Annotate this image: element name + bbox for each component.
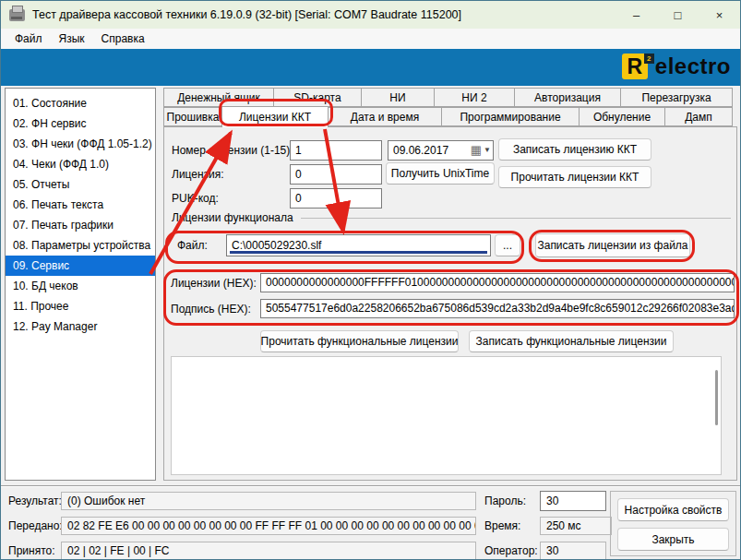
license-number-label: Номер лицензии (1-15) (172, 144, 290, 157)
logo-text: electro (655, 54, 731, 79)
window-controls: – □ × (616, 1, 740, 29)
license-input[interactable]: 0 (290, 164, 382, 185)
brand-banner: R 2 electro (1, 49, 740, 86)
tab-reset[interactable]: Обнуление (579, 107, 665, 126)
received-field: 02 | 02 | FE | 00 | FC (61, 542, 476, 560)
password-label: Пароль: (484, 494, 526, 507)
received-label: Принято: (8, 544, 55, 557)
sidebar-item-service[interactable]: 09. Сервис (6, 256, 155, 276)
sidebar-item-pay-manager[interactable]: 12. Pay Manager (6, 316, 155, 337)
calendar-icon: ▦ (471, 141, 482, 160)
browse-file-button[interactable]: ... (495, 234, 520, 256)
licenses-hex-label: Лицензии (HEX): (171, 277, 257, 290)
maximize-button[interactable]: □ (657, 1, 699, 29)
read-functional-licenses-button[interactable]: Прочитать функциональные лицензии (260, 330, 459, 352)
signature-hex-input[interactable]: 5055477517e6d0a2258206652ba675086d539cd2… (260, 299, 735, 318)
menu-file[interactable]: Файл (6, 30, 51, 47)
output-textarea[interactable] (171, 356, 722, 475)
result-label: Результат: (8, 494, 62, 507)
status-separator (1, 485, 740, 487)
tab-firmware[interactable]: Прошивка (163, 107, 222, 126)
sidebar-item-reports[interactable]: 05. Отчеты (6, 174, 155, 195)
sidebar-item-print-text[interactable]: 06. Печать текста (6, 195, 155, 215)
operator-field: 30 (540, 542, 606, 560)
tab-date-time[interactable]: Дата и время (328, 107, 442, 126)
app-window: Тест драйвера кассовой техники 6.19.0.9 … (0, 0, 741, 560)
close-icon[interactable]: × (699, 1, 740, 29)
file-path-underline (230, 251, 487, 254)
license-date-value: 09.06.2017 (393, 141, 471, 160)
menu-language[interactable]: Язык (51, 30, 93, 47)
puk-code-input[interactable]: 0 (290, 188, 382, 209)
chevron-down-icon[interactable]: ▼ (484, 141, 491, 160)
sidebar-item-receipt-db[interactable]: 10. БД чеков (6, 276, 155, 296)
title-bar: Тест драйвера кассовой техники 6.19.0.9 … (1, 1, 740, 29)
sidebar-item-status[interactable]: 01. Состояние (6, 93, 155, 113)
licenses-hex-input[interactable]: 0000000000000000FFFFFF010000000000000000… (260, 273, 735, 292)
transmitted-label: Передано: (8, 519, 63, 532)
write-kkt-license-button[interactable]: Записать лицензию ККТ (498, 138, 651, 161)
sidebar-item-other[interactable]: 11. Прочее (6, 296, 155, 316)
functional-licenses-group-title: Лицензии функционала (172, 211, 301, 224)
read-kkt-licenses-button[interactable]: Прочитать лицензии ККТ (498, 166, 651, 188)
kkt-licenses-panel: Номер лицензии (1-15) 1 09.06.2017 ▦ ▼ З… (163, 126, 737, 481)
minimize-button[interactable]: – (616, 1, 657, 29)
tab-cash-drawer[interactable]: Денежный ящик (163, 88, 274, 107)
tab-programming[interactable]: Программирование (441, 107, 580, 126)
sidebar-item-fn-service[interactable]: 02. ФН сервис (6, 113, 155, 134)
file-label: Файл: (177, 239, 208, 252)
time-field: 250 мс (540, 517, 612, 535)
password-input[interactable]: 30 (540, 491, 606, 511)
sidebar: 01. Состояние 02. ФН сервис 03. ФН чеки … (5, 88, 156, 481)
write-licenses-from-file-button[interactable]: Записать лицензии из файла (535, 233, 690, 257)
tab-kkt-licenses[interactable]: Лицензии ККТ (221, 106, 329, 127)
app-icon (9, 9, 25, 21)
sidebar-item-fn-receipts[interactable]: 03. ФН чеки (ФФД 1.05-1.2) (6, 134, 155, 154)
write-functional-licenses-button[interactable]: Записать функциональные лицензии (469, 330, 674, 352)
vertical-scrollbar[interactable] (715, 370, 718, 425)
menu-help[interactable]: Справка (93, 30, 153, 47)
tab-reboot[interactable]: Перезагрузка (620, 88, 733, 107)
tab-dump[interactable]: Дамп (664, 107, 733, 126)
tab-sd-card[interactable]: SD-карта (273, 88, 362, 107)
signature-hex-label: Подпись (HEX): (171, 303, 251, 316)
license-date-picker[interactable]: 09.06.2017 ▦ ▼ (388, 140, 494, 161)
tab-authorization[interactable]: Авторизация (514, 88, 621, 107)
file-path-input[interactable]: C:\0005029230.slf (226, 234, 491, 256)
tab-ni-2[interactable]: НИ 2 (434, 88, 515, 107)
sidebar-item-receipts[interactable]: 04. Чеки (ФФД 1.0) (6, 154, 155, 174)
operator-label: Оператор: (484, 544, 538, 557)
get-unixtime-button[interactable]: Получить UnixTime (386, 162, 495, 185)
tab-row-1: Денежный ящик SD-карта НИ НИ 2 Авторизац… (163, 88, 737, 107)
file-path-value: C:\0005029230.slf (232, 239, 321, 252)
close-button[interactable]: Закрыть (617, 528, 729, 551)
transmitted-field: 02 82 FE E6 00 00 00 00 00 00 00 00 FF F… (61, 517, 476, 535)
settings-button[interactable]: Настройка свойств (617, 498, 729, 521)
logo-superscript: 2 (644, 54, 654, 64)
puk-code-label: PUK-код: (172, 192, 219, 205)
relectro-logo: R 2 electro (622, 54, 731, 79)
sidebar-item-print-graphics[interactable]: 07. Печать графики (6, 215, 155, 235)
window-title: Тест драйвера кассовой техники 6.19.0.9 … (32, 8, 461, 21)
tab-row-2: Прошивка Лицензии ККТ Дата и время Прогр… (163, 107, 737, 126)
time-label: Время: (484, 519, 520, 532)
tab-ni[interactable]: НИ (361, 88, 435, 107)
sidebar-item-device-params[interactable]: 08. Параметры устройства (6, 235, 155, 256)
result-field: (0) Ошибок нет (61, 492, 476, 510)
menu-bar: Файл Язык Справка (1, 29, 740, 49)
license-label: Лицензия: (172, 168, 224, 181)
license-number-input[interactable]: 1 (290, 140, 382, 161)
